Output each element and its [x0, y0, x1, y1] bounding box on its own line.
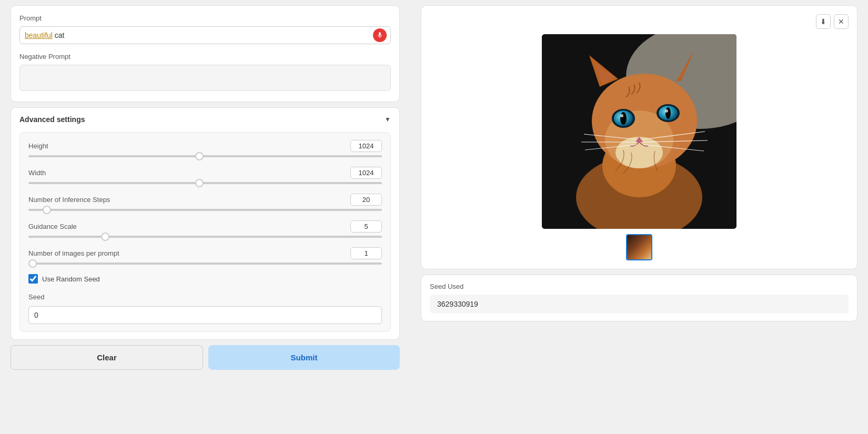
chevron-down-icon: ▼: [385, 116, 391, 123]
prompt-label: Prompt: [19, 14, 391, 22]
thumbnail-row: [626, 234, 652, 260]
height-value: 1024: [350, 140, 382, 152]
height-label: Height: [28, 142, 48, 150]
images-per-prompt-label: Number of images per prompt: [28, 249, 119, 257]
generated-image-container: [542, 34, 736, 229]
right-panel: ⬇ ✕: [410, 0, 868, 434]
image-top-actions: ⬇ ✕: [430, 14, 849, 29]
bottom-buttons: Clear Submit: [11, 345, 400, 375]
image-output-card: ⬇ ✕: [421, 5, 857, 269]
width-slider[interactable]: [28, 182, 382, 184]
prompt-card: Prompt beautiful cat Negative Prompt: [11, 5, 400, 102]
cat-image-svg: [542, 34, 736, 229]
submit-button[interactable]: Submit: [208, 345, 400, 370]
images-per-prompt-value: 1: [350, 247, 382, 259]
close-icon: ✕: [838, 17, 844, 26]
inference-steps-slider[interactable]: [28, 209, 382, 211]
width-header: Width 1024: [28, 167, 382, 179]
seed-input[interactable]: [28, 306, 382, 324]
svg-point-14: [620, 114, 623, 117]
inference-steps-value: 20: [350, 194, 382, 206]
advanced-settings-title: Advanced settings: [19, 115, 85, 124]
images-per-prompt-header: Number of images per prompt 1: [28, 247, 382, 259]
svg-point-18: [665, 109, 668, 113]
download-button[interactable]: ⬇: [816, 14, 831, 29]
clear-button[interactable]: Clear: [11, 345, 203, 370]
guidance-scale-setting: Guidance Scale 5: [28, 220, 382, 238]
seed-value: 3629330919: [430, 295, 849, 314]
width-label: Width: [28, 169, 46, 177]
download-icon: ⬇: [820, 17, 826, 26]
seed-setting: Seed: [28, 293, 382, 324]
height-setting: Height 1024: [28, 140, 382, 157]
random-seed-checkbox[interactable]: [28, 274, 38, 284]
height-slider[interactable]: [28, 155, 382, 157]
voice-button[interactable]: [373, 28, 387, 42]
guidance-scale-label: Guidance Scale: [28, 223, 77, 230]
prompt-input-wrapper: beautiful cat: [19, 26, 391, 44]
inference-steps-header: Number of Inference Steps 20: [28, 194, 382, 206]
svg-point-17: [665, 107, 671, 119]
guidance-scale-slider[interactable]: [28, 236, 382, 238]
advanced-settings-card: Advanced settings ▼ Height 1024 Width 10…: [11, 107, 400, 340]
height-header: Height 1024: [28, 140, 382, 152]
negative-prompt-input[interactable]: [19, 65, 391, 91]
advanced-settings-header[interactable]: Advanced settings ▼: [19, 115, 391, 124]
guidance-scale-header: Guidance Scale 5: [28, 220, 382, 233]
thumbnail-image: [627, 235, 651, 259]
width-setting: Width 1024: [28, 167, 382, 184]
seed-used-label: Seed Used: [430, 282, 849, 290]
left-panel: Prompt beautiful cat Negative Prompt Adv…: [0, 0, 410, 434]
microphone-icon: [376, 32, 383, 39]
guidance-scale-value: 5: [350, 220, 382, 233]
settings-inner: Height 1024 Width 1024 Number of Inferen…: [19, 132, 391, 332]
prompt-input[interactable]: [19, 26, 391, 44]
width-value: 1024: [350, 167, 382, 179]
images-per-prompt-slider[interactable]: [28, 263, 382, 265]
close-button[interactable]: ✕: [834, 14, 849, 29]
random-seed-row: Use Random Seed: [28, 274, 382, 284]
seed-used-card: Seed Used 3629330919: [421, 275, 857, 321]
cat-image-placeholder: [542, 34, 736, 229]
seed-label: Seed: [28, 293, 382, 301]
inference-steps-label: Number of Inference Steps: [28, 196, 110, 204]
negative-prompt-label: Negative Prompt: [19, 53, 391, 60]
inference-steps-setting: Number of Inference Steps 20: [28, 194, 382, 211]
images-per-prompt-setting: Number of images per prompt 1: [28, 247, 382, 265]
svg-point-13: [620, 112, 627, 125]
thumbnail-item[interactable]: [626, 234, 652, 260]
random-seed-label: Use Random Seed: [42, 275, 100, 283]
